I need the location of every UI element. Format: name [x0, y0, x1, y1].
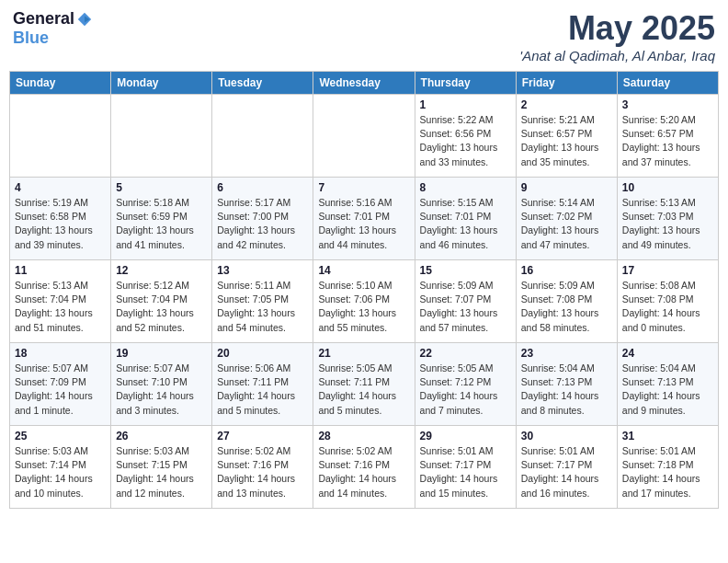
day-detail: Sunrise: 5:09 AM Sunset: 7:07 PM Dayligh…: [420, 279, 511, 335]
calendar-cell: 15Sunrise: 5:09 AM Sunset: 7:07 PM Dayli…: [415, 260, 516, 343]
day-number: 18: [15, 347, 106, 360]
page-header: General Blue May 2025 'Anat al Qadimah, …: [9, 9, 719, 63]
calendar-table: SundayMondayTuesdayWednesdayThursdayFrid…: [9, 71, 719, 509]
day-of-week-header: Saturday: [617, 72, 718, 95]
day-number: 13: [217, 264, 308, 277]
logo: General Blue: [13, 9, 93, 48]
calendar-cell: [10, 95, 111, 178]
calendar-cell: 19Sunrise: 5:07 AM Sunset: 7:10 PM Dayli…: [111, 343, 212, 426]
calendar-cell: 25Sunrise: 5:03 AM Sunset: 7:14 PM Dayli…: [10, 426, 111, 509]
day-of-week-header: Monday: [111, 72, 212, 95]
day-number: 31: [622, 430, 713, 442]
day-detail: Sunrise: 5:21 AM Sunset: 6:57 PM Dayligh…: [521, 113, 612, 169]
day-number: 8: [420, 181, 511, 194]
day-number: 23: [521, 347, 612, 360]
calendar-cell: 1Sunrise: 5:22 AM Sunset: 6:56 PM Daylig…: [415, 95, 516, 178]
logo-blue-text: Blue: [13, 29, 49, 48]
day-number: 27: [217, 430, 308, 442]
day-detail: Sunrise: 5:11 AM Sunset: 7:05 PM Dayligh…: [217, 279, 308, 335]
calendar-cell: 13Sunrise: 5:11 AM Sunset: 7:05 PM Dayli…: [212, 260, 313, 343]
day-of-week-header: Wednesday: [313, 72, 415, 95]
day-number: 4: [15, 181, 106, 194]
location-title: 'Anat al Qadimah, Al Anbar, Iraq: [519, 48, 715, 63]
day-detail: Sunrise: 5:09 AM Sunset: 7:08 PM Dayligh…: [521, 279, 612, 335]
calendar-cell: 4Sunrise: 5:19 AM Sunset: 6:58 PM Daylig…: [10, 178, 111, 260]
day-detail: Sunrise: 5:13 AM Sunset: 7:03 PM Dayligh…: [622, 196, 713, 252]
calendar-cell: 3Sunrise: 5:20 AM Sunset: 6:57 PM Daylig…: [617, 95, 718, 178]
day-number: 3: [622, 98, 713, 111]
day-detail: Sunrise: 5:15 AM Sunset: 7:01 PM Dayligh…: [420, 196, 511, 252]
day-detail: Sunrise: 5:01 AM Sunset: 7:18 PM Dayligh…: [622, 444, 713, 500]
calendar-week-row: 18Sunrise: 5:07 AM Sunset: 7:09 PM Dayli…: [10, 343, 719, 426]
logo-icon: [76, 11, 93, 28]
day-number: 22: [420, 347, 511, 360]
day-number: 24: [622, 347, 713, 360]
day-number: 15: [420, 264, 511, 277]
day-detail: Sunrise: 5:08 AM Sunset: 7:08 PM Dayligh…: [622, 279, 713, 335]
calendar-cell: [111, 95, 212, 178]
logo-general-text: General: [13, 9, 74, 29]
day-of-week-header: Tuesday: [212, 72, 313, 95]
day-detail: Sunrise: 5:07 AM Sunset: 7:09 PM Dayligh…: [15, 362, 106, 418]
calendar-cell: 14Sunrise: 5:10 AM Sunset: 7:06 PM Dayli…: [313, 260, 415, 343]
day-number: 28: [318, 430, 409, 442]
calendar-cell: 5Sunrise: 5:18 AM Sunset: 6:59 PM Daylig…: [111, 178, 212, 260]
day-detail: Sunrise: 5:10 AM Sunset: 7:06 PM Dayligh…: [318, 279, 409, 335]
calendar-week-row: 4Sunrise: 5:19 AM Sunset: 6:58 PM Daylig…: [10, 178, 719, 260]
month-title: May 2025: [519, 9, 715, 48]
day-detail: Sunrise: 5:05 AM Sunset: 7:12 PM Dayligh…: [420, 362, 511, 418]
day-number: 17: [622, 264, 713, 277]
calendar-cell: 9Sunrise: 5:14 AM Sunset: 7:02 PM Daylig…: [516, 178, 617, 260]
day-detail: Sunrise: 5:16 AM Sunset: 7:01 PM Dayligh…: [318, 196, 409, 252]
day-detail: Sunrise: 5:07 AM Sunset: 7:10 PM Dayligh…: [116, 362, 207, 418]
calendar-cell: 26Sunrise: 5:03 AM Sunset: 7:15 PM Dayli…: [111, 426, 212, 509]
day-number: 6: [217, 181, 308, 194]
day-of-week-header: Thursday: [415, 72, 516, 95]
day-detail: Sunrise: 5:18 AM Sunset: 6:59 PM Dayligh…: [116, 196, 207, 252]
day-detail: Sunrise: 5:01 AM Sunset: 7:17 PM Dayligh…: [521, 444, 612, 500]
day-number: 21: [318, 347, 409, 360]
calendar-week-row: 11Sunrise: 5:13 AM Sunset: 7:04 PM Dayli…: [10, 260, 719, 343]
day-detail: Sunrise: 5:14 AM Sunset: 7:02 PM Dayligh…: [521, 196, 612, 252]
calendar-header: SundayMondayTuesdayWednesdayThursdayFrid…: [10, 72, 719, 95]
calendar-cell: 30Sunrise: 5:01 AM Sunset: 7:17 PM Dayli…: [516, 426, 617, 509]
day-detail: Sunrise: 5:02 AM Sunset: 7:16 PM Dayligh…: [318, 444, 409, 500]
calendar-cell: 17Sunrise: 5:08 AM Sunset: 7:08 PM Dayli…: [617, 260, 718, 343]
day-number: 9: [521, 181, 612, 194]
calendar-cell: 28Sunrise: 5:02 AM Sunset: 7:16 PM Dayli…: [313, 426, 415, 509]
day-detail: Sunrise: 5:13 AM Sunset: 7:04 PM Dayligh…: [15, 279, 106, 335]
day-number: 7: [318, 181, 409, 194]
day-detail: Sunrise: 5:20 AM Sunset: 6:57 PM Dayligh…: [622, 113, 713, 169]
calendar-cell: 12Sunrise: 5:12 AM Sunset: 7:04 PM Dayli…: [111, 260, 212, 343]
day-number: 2: [521, 98, 612, 111]
calendar-week-row: 25Sunrise: 5:03 AM Sunset: 7:14 PM Dayli…: [10, 426, 719, 509]
day-number: 20: [217, 347, 308, 360]
calendar-cell: 11Sunrise: 5:13 AM Sunset: 7:04 PM Dayli…: [10, 260, 111, 343]
day-detail: Sunrise: 5:06 AM Sunset: 7:11 PM Dayligh…: [217, 362, 308, 418]
calendar-cell: 7Sunrise: 5:16 AM Sunset: 7:01 PM Daylig…: [313, 178, 415, 260]
calendar-cell: 8Sunrise: 5:15 AM Sunset: 7:01 PM Daylig…: [415, 178, 516, 260]
calendar-cell: 22Sunrise: 5:05 AM Sunset: 7:12 PM Dayli…: [415, 343, 516, 426]
day-number: 29: [420, 430, 511, 442]
calendar-body: 1Sunrise: 5:22 AM Sunset: 6:56 PM Daylig…: [10, 95, 719, 509]
calendar-cell: 2Sunrise: 5:21 AM Sunset: 6:57 PM Daylig…: [516, 95, 617, 178]
calendar-cell: 16Sunrise: 5:09 AM Sunset: 7:08 PM Dayli…: [516, 260, 617, 343]
calendar-cell: [212, 95, 313, 178]
day-number: 10: [622, 181, 713, 194]
calendar-cell: 21Sunrise: 5:05 AM Sunset: 7:11 PM Dayli…: [313, 343, 415, 426]
day-detail: Sunrise: 5:12 AM Sunset: 7:04 PM Dayligh…: [116, 279, 207, 335]
day-number: 30: [521, 430, 612, 442]
day-detail: Sunrise: 5:02 AM Sunset: 7:16 PM Dayligh…: [217, 444, 308, 500]
day-detail: Sunrise: 5:03 AM Sunset: 7:15 PM Dayligh…: [116, 444, 207, 500]
calendar-cell: 20Sunrise: 5:06 AM Sunset: 7:11 PM Dayli…: [212, 343, 313, 426]
calendar-cell: 23Sunrise: 5:04 AM Sunset: 7:13 PM Dayli…: [516, 343, 617, 426]
day-number: 1: [420, 98, 511, 111]
calendar-cell: 6Sunrise: 5:17 AM Sunset: 7:00 PM Daylig…: [212, 178, 313, 260]
calendar-cell: 27Sunrise: 5:02 AM Sunset: 7:16 PM Dayli…: [212, 426, 313, 509]
day-detail: Sunrise: 5:19 AM Sunset: 6:58 PM Dayligh…: [15, 196, 106, 252]
calendar-week-row: 1Sunrise: 5:22 AM Sunset: 6:56 PM Daylig…: [10, 95, 719, 178]
day-detail: Sunrise: 5:22 AM Sunset: 6:56 PM Dayligh…: [420, 113, 511, 169]
day-detail: Sunrise: 5:05 AM Sunset: 7:11 PM Dayligh…: [318, 362, 409, 418]
day-number: 26: [116, 430, 207, 442]
day-number: 25: [15, 430, 106, 442]
